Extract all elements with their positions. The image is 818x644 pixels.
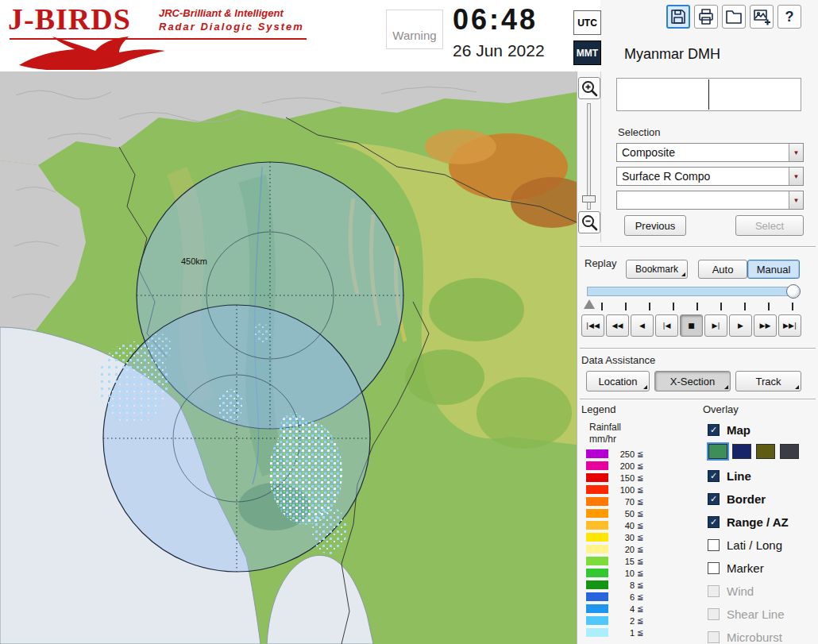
product-dropdown[interactable]: Surface R Compo ▼: [616, 167, 804, 186]
legend-value: 250: [614, 449, 635, 459]
checkbox[interactable]: ✓: [708, 493, 720, 505]
legend-lte-symbol: ≦: [637, 545, 643, 553]
map-color-options: [708, 444, 817, 461]
text-display-area[interactable]: [616, 78, 801, 111]
map-color-swatch[interactable]: [756, 444, 775, 459]
legend-color-swatch: [586, 545, 608, 553]
help-button[interactable]: ?: [777, 5, 801, 29]
checkbox[interactable]: ✓: [708, 516, 720, 528]
timeline-start-marker: [584, 299, 595, 309]
legend-lte-symbol: ≦: [637, 580, 643, 589]
legend-row: 100≦: [586, 484, 643, 495]
overlay-title: Overlay: [703, 403, 739, 415]
chevron-down-icon[interactable]: ▼: [789, 144, 803, 161]
track-button[interactable]: Track: [735, 371, 801, 391]
zoom-controls: [577, 71, 601, 242]
legend-value: 150: [614, 473, 635, 483]
zoom-slider-track[interactable]: [587, 103, 591, 210]
playback-fast-forward-button[interactable]: ▶▶: [754, 314, 777, 337]
legend-row: 30≦: [586, 532, 643, 542]
save-button[interactable]: [666, 5, 690, 29]
legend-color-swatch: [586, 521, 608, 530]
chevron-down-icon[interactable]: ▼: [789, 168, 803, 185]
legend-color-swatch: [586, 569, 608, 577]
data-assistance-label: Data Assistance: [581, 354, 655, 366]
playback-stop-button[interactable]: ■: [680, 314, 703, 337]
legend-value: 8: [614, 580, 635, 590]
jbirds-app: 450km J-BIRDS JRC-Brilliant & Intelligen…: [0, 0, 818, 644]
playback-step-back-button[interactable]: |◀: [655, 314, 678, 337]
overlay-item-map[interactable]: ✓Map: [708, 421, 817, 438]
legend-lte-symbol: ≦: [637, 628, 643, 637]
location-button[interactable]: Location: [586, 371, 650, 391]
add-image-icon: [752, 7, 771, 26]
extra-dropdown[interactable]: ▼: [616, 191, 804, 210]
legend-row: 1≦: [586, 627, 643, 638]
timeline-thumb[interactable]: [786, 284, 801, 299]
open-file-button[interactable]: [722, 5, 746, 29]
legend-color-swatch: [586, 533, 608, 542]
overlay-item-marker[interactable]: Marker: [708, 559, 817, 577]
legend-value: 200: [614, 461, 635, 471]
overlay-label: Microburst: [727, 631, 782, 644]
timezone-mmt-button[interactable]: MMT: [573, 40, 601, 65]
checkbox[interactable]: [708, 539, 720, 551]
legend-color-swatch: [586, 580, 608, 589]
composite-dropdown[interactable]: Composite ▼: [616, 143, 804, 162]
text-cursor: [708, 79, 709, 110]
legend-product-label: Rainfall: [589, 422, 621, 433]
zoom-out-button[interactable]: [578, 211, 600, 233]
map-color-swatch[interactable]: [732, 444, 751, 459]
legend-row: 200≦: [586, 461, 643, 471]
export-image-button[interactable]: [750, 5, 774, 29]
legend-lte-symbol: ≦: [637, 449, 643, 458]
print-button[interactable]: [694, 5, 718, 29]
map-color-swatch[interactable]: [708, 444, 727, 459]
corner-triangle-icon: [795, 385, 799, 389]
playback-fast-rewind-button[interactable]: ◀◀: [606, 314, 629, 337]
overlay-item-lati-long[interactable]: Lati / Long: [708, 536, 817, 553]
track-button-label: Track: [755, 376, 781, 388]
overlay-label: Range / AZ: [727, 515, 789, 529]
checkbox[interactable]: ✓: [708, 424, 720, 436]
previous-button[interactable]: Previous: [624, 215, 686, 236]
checkbox[interactable]: [708, 562, 720, 574]
manual-button[interactable]: Manual: [747, 260, 800, 279]
replay-label: Replay: [585, 257, 616, 269]
legend-lte-symbol: ≦: [637, 485, 643, 494]
legend-color-swatch: [586, 449, 608, 458]
radar-map[interactable]: 450km: [0, 71, 577, 644]
legend-row: 6≦: [586, 592, 643, 602]
composite-dropdown-value: Composite: [617, 146, 789, 159]
select-button[interactable]: Select: [735, 215, 804, 236]
legend-lte-symbol: ≦: [637, 604, 643, 613]
playback-step-forward-button[interactable]: ▶|: [704, 314, 727, 337]
overlay-item-range-az[interactable]: ✓Range / AZ: [708, 513, 817, 530]
replay-timeline-slider[interactable]: [587, 287, 798, 296]
playback-skip-end-button[interactable]: ▶▶|: [778, 314, 801, 337]
checkbox[interactable]: ✓: [708, 470, 720, 482]
legend-lte-symbol: ≦: [637, 497, 643, 506]
map-color-swatch[interactable]: [780, 444, 799, 459]
bookmark-button[interactable]: Bookmark: [626, 260, 688, 279]
auto-button[interactable]: Auto: [698, 260, 747, 279]
warning-button[interactable]: Warning: [386, 10, 443, 49]
legend-unit-label: mm/hr: [589, 434, 616, 445]
zoom-slider-thumb[interactable]: [582, 195, 596, 202]
playback-reverse-play-button[interactable]: ◀: [631, 314, 654, 337]
legend-value: 4: [614, 604, 635, 614]
overlay-item-line[interactable]: ✓Line: [708, 467, 817, 484]
x-section-button[interactable]: X-Section: [654, 371, 731, 391]
overlay-item-microburst: Microburst: [708, 628, 817, 644]
legend-color-swatch: [586, 592, 608, 601]
overlay-item-border[interactable]: ✓Border: [708, 490, 817, 507]
chevron-down-icon[interactable]: ▼: [789, 191, 803, 209]
playback-play-button[interactable]: ▶: [729, 314, 752, 337]
zoom-in-button[interactable]: [578, 77, 600, 99]
playback-skip-start-button[interactable]: |◀◀: [581, 314, 604, 337]
legend-color-swatch: [586, 497, 608, 506]
overlay-label: Marker: [727, 561, 764, 575]
divider: [580, 399, 816, 400]
overlay-label: Lati / Long: [727, 538, 782, 552]
timezone-utc-button[interactable]: UTC: [573, 10, 601, 35]
